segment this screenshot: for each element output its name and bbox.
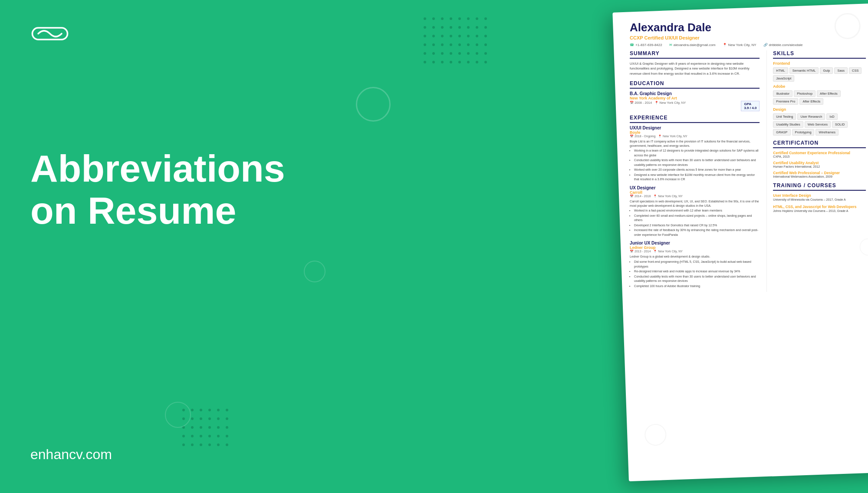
phone-icon: ☎: [630, 43, 634, 47]
skill-cat-design: Design: [773, 107, 866, 112]
dot: [441, 35, 444, 37]
dot: [424, 26, 426, 29]
exp-title-2: Junior UX Designer: [630, 241, 760, 246]
edu-school-0: New York Academy of Art: [630, 96, 760, 100]
deco-circle-3: [165, 402, 191, 428]
training-meta-1: Johns Hopkins University via Coursera – …: [773, 209, 866, 213]
dot: [484, 43, 487, 46]
skill-after-effects-2: After Effects: [800, 98, 824, 105]
exp-meta-2: 📅 2013 - 2014 📍 New York City, NY: [630, 250, 760, 254]
dot: [226, 435, 228, 437]
dot: [441, 17, 444, 20]
exp-entry-0: UX/UI Designer Boyle 📅 2018 - Ongoing 📍 …: [630, 126, 760, 182]
portfolio: 🔗 dribbble.com/alexdale: [763, 43, 803, 47]
portfolio-icon: 🔗: [763, 43, 768, 47]
resume-header: Alexandra Dale CCXP Certified UX/UI Desi…: [630, 21, 866, 47]
resume-left: SUMMARY UX/UI & Graphic Designer with 8 …: [630, 50, 760, 292]
skill-premiere-pro: Premiere Pro: [773, 98, 798, 105]
dot: [450, 52, 452, 55]
dot: [217, 409, 220, 411]
summary-heading: SUMMARY: [630, 50, 760, 59]
dot: [217, 426, 220, 429]
dot: [208, 443, 211, 446]
dot: [458, 35, 461, 37]
skill-sass: Sass: [834, 67, 848, 74]
cert-meta-2: International Webmasters Association, 20…: [773, 175, 866, 178]
skills-section: SKILLS Frontend HTML Semantic HTML Gulp …: [773, 50, 866, 136]
training-heading: TRAINING / COURSES: [773, 182, 866, 191]
resume-title: CCXP Certified UX/UI Designer: [630, 35, 866, 40]
dot: [208, 417, 211, 420]
dot: [484, 26, 487, 29]
dot: [432, 26, 435, 29]
education-heading: EDUCATION: [630, 80, 760, 89]
skill-after-effects-1: After Effects: [817, 90, 841, 97]
dot: [441, 26, 444, 29]
resume-deco-circle-2: [644, 424, 667, 446]
skill-solid: SOLID: [832, 121, 848, 128]
skill-ixd: IxD: [826, 113, 837, 120]
exp-title-0: UX/UI Designer: [630, 126, 760, 130]
exp-bullet-2-3: Completed 100 hours of Adobe Illustrator…: [634, 284, 760, 289]
training-entry-1: HTML, CSS, and Javascript for Web Develo…: [773, 205, 866, 213]
logo: [30, 24, 74, 46]
dot: [450, 35, 452, 37]
dot: [217, 443, 220, 446]
dot: [476, 17, 478, 20]
cert-entry-1: Certified Usability Analyst Human Factor…: [773, 161, 866, 168]
adobe-tags: Illustrator Photoshop After Effects Prem…: [773, 90, 866, 105]
dot: [191, 409, 194, 411]
exp-entry-2: Junior UX Designer Ledner Group 📅 2013 -…: [630, 241, 760, 289]
skill-illustrator: Illustrator: [773, 90, 792, 97]
skill-semantic-html: Semantic HTML: [789, 67, 819, 74]
dot: [441, 61, 444, 63]
dot: [467, 61, 470, 63]
experience-section: EXPERIENCE UX/UI Designer Boyle 📅 2018 -…: [630, 115, 760, 288]
dot: [191, 443, 194, 446]
dot: [424, 52, 426, 55]
exp-entry-1: UX Designer Carroll 📅 2014 - 2018 📍 New …: [630, 185, 760, 238]
dot: [484, 52, 487, 55]
exp-company-1: Carroll: [630, 190, 760, 195]
dot: [467, 26, 470, 29]
dot: [226, 417, 228, 420]
frontend-tags: HTML Semantic HTML Gulp Sass CSS JavaScr…: [773, 67, 866, 82]
exp-company-2: Ledner Group: [630, 246, 760, 250]
dot: [458, 52, 461, 55]
dot: [200, 409, 202, 411]
skill-prototyping: Prototyping: [792, 129, 815, 136]
dot: [458, 17, 461, 20]
exp-meta-0: 📅 2018 - Ongoing 📍 New York City, NY: [630, 135, 760, 138]
dot: [467, 35, 470, 37]
training-name-0: User Interface Design: [773, 193, 866, 198]
dot: [450, 17, 452, 20]
education-section: EDUCATION B.A. Graphic Design New York A…: [630, 80, 760, 111]
dot: [476, 61, 478, 63]
dot: [217, 417, 220, 420]
summary-section: SUMMARY UX/UI & Graphic Designer with 8 …: [630, 50, 760, 76]
exp-bullets-2: Did some front-end programming (HTML 5, …: [630, 260, 760, 288]
dot: [424, 17, 426, 20]
dot: [484, 61, 487, 63]
resume-name: Alexandra Dale: [630, 21, 866, 34]
exp-bullet-2-2: Conducted usability tests with more than…: [634, 275, 760, 284]
skill-photoshop: Photoshop: [794, 90, 815, 97]
exp-bullets-0: Working in a team of 12 designers to pro…: [630, 149, 760, 182]
skill-web-services: Web Services: [805, 121, 831, 128]
dot: [432, 61, 435, 63]
cert-name-2: Certified Web Professional – Designer: [773, 171, 866, 175]
skill-grasp: GRASP: [773, 129, 790, 136]
exp-bullet-0-3: Designed a new website interface for $10…: [634, 173, 760, 182]
dot: [476, 43, 478, 46]
exp-bullet-0-0: Working in a team of 12 designers to pro…: [634, 149, 760, 158]
dot: [208, 435, 211, 437]
dot: [217, 435, 220, 437]
resume-body: SUMMARY UX/UI & Graphic Designer with 8 …: [630, 50, 866, 292]
exp-company-0: Boyle: [630, 130, 760, 135]
skill-cat-frontend: Frontend: [773, 61, 866, 66]
resume-card: Alexandra Dale CCXP Certified UX/UI Desi…: [612, 3, 868, 481]
edu-meta-0: 📅 2008 - 2014 📍 New York City, NY GPA3.9…: [630, 101, 760, 111]
cert-name-1: Certified Usability Analyst: [773, 161, 866, 165]
exp-desc-2: Ledner Group is a global web development…: [630, 255, 760, 259]
dot: [467, 17, 470, 20]
